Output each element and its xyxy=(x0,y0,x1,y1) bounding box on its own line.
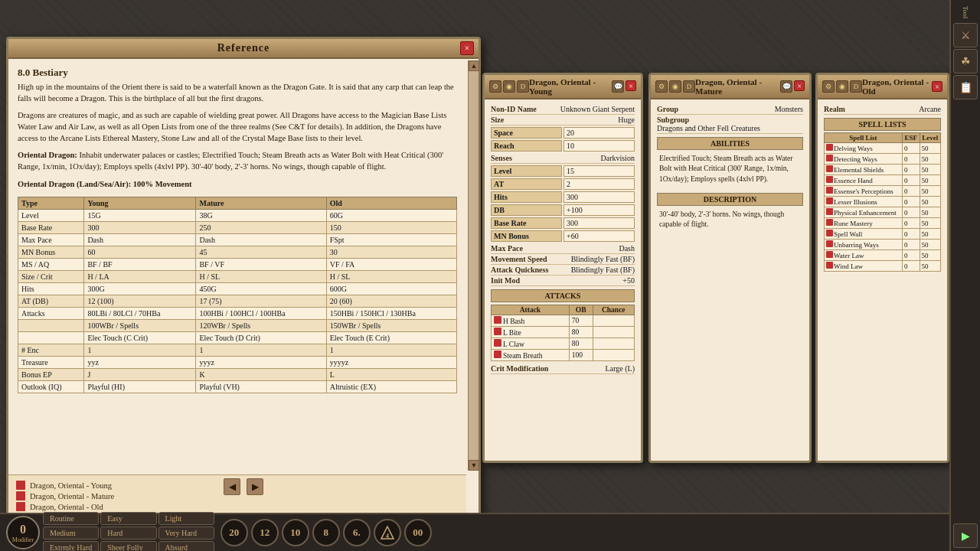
play-button[interactable]: ▶ xyxy=(953,523,978,548)
abilities-header: ABILITIES xyxy=(657,137,803,150)
table-cell: Altruistic (EX) xyxy=(326,380,456,393)
spell-icon xyxy=(826,165,833,172)
young-icon-2[interactable]: ◉ xyxy=(503,80,515,93)
young-icon-d[interactable]: D xyxy=(517,80,529,93)
table-cell: Max Pace xyxy=(18,233,84,246)
prev-arrow[interactable]: ◀ xyxy=(224,478,240,495)
old-icon-1[interactable]: ⚙ xyxy=(822,80,835,93)
mature-group-row: Group Monsters xyxy=(657,104,803,115)
spell-esf: 0 xyxy=(902,143,920,154)
movement-label: Oriental Dragon (Land/Sea/Air): 100% Mov… xyxy=(18,179,457,191)
sheer-folly-btn[interactable]: Sheer Folly xyxy=(100,541,156,552)
col-old: Old xyxy=(326,197,456,209)
table-cell: 60G xyxy=(326,209,456,221)
spell-name: Wind Law xyxy=(825,261,903,272)
link-label: Dragon, Oriental - Old xyxy=(30,503,103,511)
ref-scrollbar[interactable]: ▲ ▼ xyxy=(468,60,479,471)
d6-token[interactable]: 6. xyxy=(343,519,371,546)
young-mn-val: +60 xyxy=(564,230,635,242)
young-senses-row: Senses Darkvision xyxy=(491,153,635,164)
mature-icon-2[interactable]: ◉ xyxy=(669,80,681,93)
table-cell: BF / VF xyxy=(196,258,326,270)
table-cell: MS / AQ xyxy=(18,258,84,270)
young-size-row: Size Huge xyxy=(491,115,635,126)
party-button[interactable]: ☘ xyxy=(953,49,978,73)
light-btn[interactable]: Light xyxy=(158,512,214,525)
medium-btn[interactable]: Medium xyxy=(43,527,99,540)
old-icon-d[interactable]: D xyxy=(850,80,862,93)
dragon-old-close[interactable]: × xyxy=(932,81,942,92)
ref-link-item[interactable]: Dragon, Oriental - Old xyxy=(16,501,459,512)
spell-name: Spell Wall xyxy=(825,229,903,240)
d10-token[interactable]: 10 xyxy=(282,519,309,546)
young-chat-icon[interactable]: 💬 xyxy=(612,80,624,93)
dragon-young-close[interactable]: × xyxy=(626,80,636,91)
old-icon-2[interactable]: ◉ xyxy=(836,80,848,93)
d00-token[interactable]: 00 xyxy=(404,519,432,546)
scroll-up-arrow[interactable]: ▲ xyxy=(469,60,479,71)
table-cell: AT (DB) xyxy=(18,295,84,307)
spell-icon xyxy=(826,208,833,215)
spell-name: Essence Hand xyxy=(825,175,903,186)
attack-row: L Bite80 xyxy=(492,327,635,338)
mature-chat-icon[interactable]: 💬 xyxy=(780,80,792,93)
spell-level: 50 xyxy=(920,250,940,261)
spell-level: 50 xyxy=(920,143,940,154)
young-attack-table: Attack OB Chance H Bash70L Bite80L Claw8… xyxy=(491,305,635,361)
spell-esf: 0 xyxy=(902,186,920,197)
young-icon-1[interactable]: ⚙ xyxy=(489,80,501,93)
spell-name: Unbarring Ways xyxy=(825,240,903,250)
dragon-stats-table: Type Young Mature Old Level15G38G60GBase… xyxy=(18,197,457,393)
dragon-young-window: ⚙ ◉ D Dragon, Oriental - Young 💬 × Non-I… xyxy=(482,73,643,463)
calendar-button[interactable]: 📋 xyxy=(953,75,978,99)
d12-token[interactable]: 12 xyxy=(251,519,279,546)
easy-btn[interactable]: Easy xyxy=(100,512,156,525)
table-cell: 30 xyxy=(326,246,456,258)
table-cell: Attacks xyxy=(18,307,84,319)
spell-name: Water Law xyxy=(825,250,903,261)
table-cell: L xyxy=(326,368,456,380)
link-icon xyxy=(16,502,25,511)
mature-icon-1[interactable]: ⚙ xyxy=(655,80,668,93)
table-cell: 600G xyxy=(326,282,456,295)
spell-name: Essense's Perceptions xyxy=(825,186,903,197)
spell-level: 50 xyxy=(920,207,940,218)
cross-swords-button[interactable]: ⚔ xyxy=(953,23,978,47)
young-init-row: Init Mod +50 xyxy=(491,276,635,286)
dragon-young-content: Non-ID Name Unknown Giant Serpent Size H… xyxy=(485,99,641,467)
extremely-hard-btn[interactable]: Extrmly Hard xyxy=(43,541,99,552)
spell-row: Wind Law050 xyxy=(825,261,941,272)
right-toolbar: Tool ⚔ ☘ 📋 ▶ xyxy=(949,0,980,551)
routine-btn[interactable]: Routine xyxy=(43,512,99,525)
hard-btn[interactable]: Hard xyxy=(100,527,156,540)
spell-icon xyxy=(826,251,833,258)
modifier-display: 0 Modifier xyxy=(6,516,40,549)
young-space-label: Space xyxy=(491,127,562,139)
reference-close-button[interactable]: × xyxy=(460,41,474,55)
table-cell: yyyyz xyxy=(326,356,456,368)
spell-esf: 0 xyxy=(902,250,920,261)
d20-token[interactable]: 20 xyxy=(220,519,248,546)
d8-token[interactable]: 8 xyxy=(312,519,340,546)
young-crit-mod-row: Crit Modification Large (L) xyxy=(491,364,635,374)
table-cell: 1 xyxy=(326,344,456,356)
scroll-down-arrow[interactable]: ▼ xyxy=(469,460,479,471)
table-cell: 150WBr / Spells xyxy=(326,319,456,331)
spell-icon xyxy=(826,187,833,194)
next-arrow[interactable]: ▶ xyxy=(247,478,263,495)
spell-esf: 0 xyxy=(902,229,920,240)
dragon-mature-close[interactable]: × xyxy=(794,80,805,91)
table-cell: Playful (VH) xyxy=(196,380,326,393)
d4-token[interactable]: 4 xyxy=(374,519,401,546)
absurd-btn[interactable]: Absurd xyxy=(158,541,214,552)
spell-row: Lesser Illusions050 xyxy=(825,197,941,207)
mature-icon-d[interactable]: D xyxy=(683,80,695,93)
attack-cell xyxy=(593,350,634,361)
spell-name: Detecting Ways xyxy=(825,154,903,165)
spell-row: Essense's Perceptions050 xyxy=(825,186,941,197)
attack-cell xyxy=(593,338,634,350)
young-movespeed-row: Movement Speed Blindingly Fast (BF) xyxy=(491,254,635,265)
young-base-label: Base Rate xyxy=(491,217,562,229)
reference-title: Reference xyxy=(217,42,270,54)
very-hard-btn[interactable]: Very Hard xyxy=(158,527,214,540)
